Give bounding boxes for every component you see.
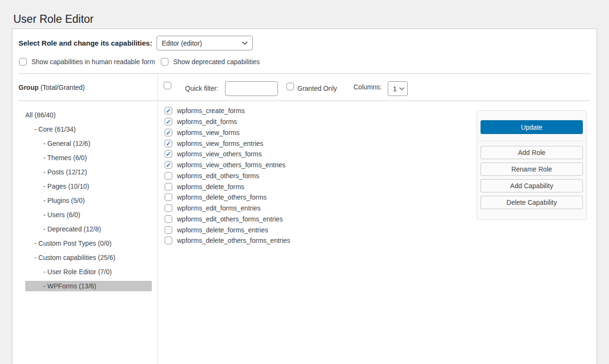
group-tree-item-posts[interactable]: - Posts (12/12) — [25, 167, 152, 177]
human-readable-checkbox[interactable] — [19, 58, 27, 66]
columns-label: Columns: — [354, 83, 382, 91]
group-tree-item-custom-post-types[interactable]: - Custom Post Types (0/0) — [25, 238, 152, 249]
granted-only-label[interactable]: Granted Only — [297, 85, 337, 92]
granted-only-checkbox[interactable] — [286, 83, 294, 90]
show-deprecated-checkbox[interactable] — [161, 58, 168, 66]
capability-checkbox[interactable] — [165, 161, 172, 169]
capability-row: wpforms_delete_forms_entries — [165, 224, 597, 235]
columns-header-row: Group (Total/Granted) Quick filter: Gran… — [12, 74, 597, 100]
capability-checkbox[interactable] — [165, 226, 172, 234]
capability-checkbox[interactable] — [165, 215, 172, 223]
page-title: User Role Editor — [13, 12, 94, 27]
add-capability-button[interactable]: Add Capability — [481, 179, 583, 192]
capability-row: wpforms_delete_others_forms_entries — [165, 235, 597, 246]
options-row: Show capabilities in human readable form… — [19, 58, 260, 66]
group-tree: All (86/40) - Core (61/34) - General (12… — [12, 101, 158, 364]
capability-checkbox[interactable] — [165, 118, 172, 125]
chevron-down-icon — [399, 87, 404, 90]
capability-label[interactable]: wpforms_view_forms — [177, 129, 239, 136]
capability-label[interactable]: wpforms_edit_others_forms — [177, 172, 259, 180]
capability-checkbox[interactable] — [165, 237, 172, 244]
select-role-label: Select Role and change its capabilities: — [19, 39, 152, 47]
add-role-button[interactable]: Add Role — [481, 146, 583, 159]
group-header-bold: Group — [19, 84, 39, 91]
role-select-value: Editor (editor) — [162, 39, 202, 47]
group-tree-item-deprecated[interactable]: - Deprecated (12/8) — [25, 224, 152, 234]
chevron-down-icon — [242, 41, 248, 45]
filter-bar: Quick filter: Granted Only Columns: 1 — [158, 74, 597, 100]
group-tree-item-users[interactable]: - Users (6/0) — [25, 210, 152, 220]
group-header-suffix: (Total/Granted) — [39, 84, 85, 91]
delete-capability-button[interactable]: Delete Capability — [481, 196, 583, 209]
capability-checkbox[interactable] — [165, 193, 172, 201]
columns-select-value: 1 — [393, 85, 397, 93]
capability-checkbox[interactable] — [165, 172, 172, 180]
actions-panel: Update Add Role Rename Role Add Capabili… — [477, 110, 587, 220]
group-tree-item-pages[interactable]: - Pages (10/10) — [25, 181, 152, 192]
update-button[interactable]: Update — [481, 120, 583, 134]
group-tree-item-core[interactable]: - Core (61/34) — [25, 124, 152, 134]
group-tree-item-themes[interactable]: - Themes (6/0) — [25, 153, 152, 163]
actions-divider — [477, 141, 586, 141]
group-tree-item-custom-capabilities[interactable]: - Custom capabilities (25/6) — [25, 252, 152, 263]
capability-label[interactable]: wpforms_delete_forms_entries — [177, 226, 268, 234]
user-role-editor-panel: Select Role and change its capabilities:… — [12, 29, 597, 364]
group-tree-item-general[interactable]: - General (12/6) — [25, 138, 152, 149]
capability-label[interactable]: wpforms_edit_forms — [177, 118, 237, 125]
capability-checkbox[interactable] — [165, 140, 172, 147]
capability-label[interactable]: wpforms_delete_others_forms_entries — [177, 237, 290, 244]
capability-checkbox[interactable] — [165, 204, 172, 212]
capability-label[interactable]: wpforms_edit_others_forms_entries — [177, 215, 283, 223]
columns-select[interactable]: 1 — [388, 81, 408, 96]
capability-label[interactable]: wpforms_create_forms — [177, 107, 245, 115]
group-header: Group (Total/Granted) — [12, 74, 158, 100]
group-tree-item-all[interactable]: All (86/40) — [25, 110, 152, 120]
quick-filter-input[interactable] — [225, 81, 278, 96]
capability-checkbox[interactable] — [165, 150, 172, 158]
select-all-checkbox[interactable] — [164, 82, 171, 89]
role-select[interactable]: Editor (editor) — [157, 36, 253, 50]
role-select-row: Select Role and change its capabilities:… — [19, 36, 253, 50]
capability-checkbox[interactable] — [165, 107, 172, 115]
main-area: All (86/40) - Core (61/34) - General (12… — [12, 101, 597, 364]
rename-role-button[interactable]: Rename Role — [481, 163, 583, 176]
show-deprecated-label[interactable]: Show deprecated capabilities — [173, 58, 260, 66]
capability-label[interactable]: wpforms_view_others_forms — [177, 150, 262, 158]
quick-filter-label: Quick filter: — [185, 85, 218, 92]
capability-label[interactable]: wpforms_view_others_forms_entries — [177, 161, 285, 169]
group-tree-item-user-role-editor[interactable]: - User Role Editor (7/0) — [25, 267, 152, 277]
capability-label[interactable]: wpforms_view_forms_entries — [177, 140, 263, 147]
capability-label[interactable]: wpforms_delete_others_forms — [177, 193, 266, 201]
capability-label[interactable]: wpforms_edit_forms_entries — [177, 204, 261, 212]
capability-label[interactable]: wpforms_delete_forms — [177, 183, 245, 191]
capability-checkbox[interactable] — [165, 129, 172, 136]
group-tree-item-wpforms[interactable]: - WPForms (13/6) — [25, 281, 152, 291]
capability-checkbox[interactable] — [165, 183, 172, 191]
human-readable-label[interactable]: Show capabilities in human readable form — [31, 58, 155, 66]
group-tree-item-plugins[interactable]: - Plugins (5/0) — [25, 195, 152, 206]
